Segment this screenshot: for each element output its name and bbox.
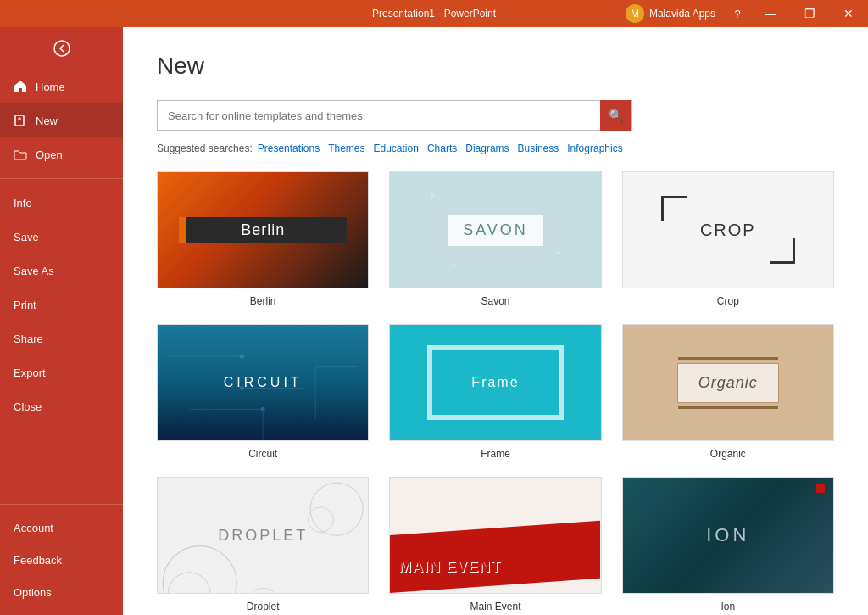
help-button[interactable]: ? (724, 0, 751, 27)
suggested-searches: Suggested searches: Presentations Themes… (157, 143, 834, 154)
sidebar-export-label: Export (14, 366, 46, 379)
svg-point-17 (309, 507, 334, 533)
search-input[interactable] (158, 101, 600, 130)
window-title: Presentation1 - PowerPoint (372, 8, 496, 20)
suggested-infographics[interactable]: Infographics (567, 143, 622, 154)
sidebar-item-export[interactable]: Export (0, 355, 123, 389)
template-crop[interactable]: CROP Crop (622, 171, 834, 307)
suggested-themes[interactable]: Themes (328, 143, 364, 154)
template-crop-label: Crop (717, 295, 739, 307)
sidebar-item-share[interactable]: Share (0, 321, 123, 355)
template-berlin[interactable]: Berlin Berlin (157, 171, 369, 307)
template-organic-label: Organic (710, 448, 746, 460)
sidebar-bottom-nav: Account Feedback Options (0, 497, 123, 615)
sidebar-print-label: Print (14, 299, 36, 311)
sidebar-close-label: Close (14, 400, 42, 413)
svg-point-11 (240, 355, 244, 359)
template-berlin-label: Berlin (250, 295, 276, 307)
sidebar-options-label: Options (14, 586, 52, 599)
svg-point-15 (168, 573, 210, 593)
sidebar-item-home[interactable]: Home (0, 70, 123, 103)
user-info: M Malavida Apps (617, 4, 724, 23)
titlebar-controls: M Malavida Apps ? — ❐ ✕ (617, 0, 868, 27)
suggested-label: Suggested searches: (157, 143, 253, 154)
suggested-diagrams[interactable]: Diagrams (465, 143, 509, 154)
search-bar: 🔍 (157, 100, 632, 131)
template-frame-label: Frame (481, 448, 510, 460)
main-content: New 🔍 Suggested searches: Presentations … (123, 27, 868, 615)
template-circuit-label: Circuit (248, 448, 277, 460)
sidebar-open-label: Open (36, 148, 63, 161)
page-title: New (157, 53, 834, 80)
search-button[interactable]: 🔍 (600, 100, 631, 131)
template-droplet-label: Droplet (247, 601, 280, 612)
sidebar-share-label: Share (14, 333, 43, 345)
suggested-education[interactable]: Education (374, 143, 419, 154)
sidebar-new-label: New (36, 115, 58, 127)
template-mainevent[interactable]: MAIN EVENT Main Event (389, 477, 601, 612)
sidebar-item-new[interactable]: New (0, 103, 123, 137)
user-name: Malavida Apps (649, 8, 715, 20)
sidebar-item-open[interactable]: Open (0, 137, 123, 171)
search-icon: 🔍 (609, 109, 623, 122)
sidebar-save-label: Save (14, 231, 39, 243)
title-text: Presentation1 - PowerPoint (372, 8, 496, 20)
template-ion-label: Ion (721, 601, 735, 612)
sidebar-secondary-nav: Info Save Save As Print Share Export Clo… (0, 186, 123, 423)
restore-button[interactable]: ❐ (790, 0, 829, 27)
sidebar-item-account[interactable]: Account (0, 512, 123, 544)
sidebar-info-label: Info (14, 197, 32, 210)
template-droplet[interactable]: DROPLET Droplet (157, 477, 369, 612)
app-body: Home New Open Info (0, 27, 868, 615)
content-scroll-area[interactable]: New 🔍 Suggested searches: Presentations … (123, 27, 868, 615)
user-avatar: M (626, 4, 644, 23)
template-savon[interactable]: SAVON Savon (389, 171, 601, 307)
sidebar: Home New Open Info (0, 27, 123, 615)
template-circuit[interactable]: CIRCUIT Circuit (157, 324, 369, 460)
svg-point-0 (54, 41, 70, 56)
sidebar-item-options[interactable]: Options (0, 576, 123, 608)
template-grid: Berlin Berlin SAVON (157, 171, 834, 615)
svg-point-16 (310, 483, 363, 535)
svg-point-18 (248, 588, 279, 593)
sidebar-item-save[interactable]: Save (0, 220, 123, 254)
sidebar-feedback-label: Feedback (14, 554, 62, 567)
sidebar-saveas-label: Save As (14, 265, 54, 277)
sidebar-item-feedback[interactable]: Feedback (0, 544, 123, 576)
suggested-charts[interactable]: Charts (427, 143, 457, 154)
template-mainevent-label: Main Event (470, 601, 520, 612)
sidebar-item-print[interactable]: Print (0, 288, 123, 321)
sidebar-item-close[interactable]: Close (0, 389, 123, 423)
back-button[interactable] (0, 27, 123, 70)
template-organic[interactable]: Organic Organic (622, 324, 834, 460)
template-ion[interactable]: ION Ion (622, 477, 834, 612)
suggested-presentations[interactable]: Presentations (258, 143, 320, 154)
sidebar-item-saveas[interactable]: Save As (0, 254, 123, 288)
sidebar-home-label: Home (36, 81, 65, 93)
suggested-business[interactable]: Business (518, 143, 559, 154)
sidebar-item-info[interactable]: Info (0, 186, 123, 220)
close-button[interactable]: ✕ (829, 0, 868, 27)
sidebar-nav: Home New Open (0, 70, 123, 171)
svg-point-14 (163, 546, 236, 593)
minimize-button[interactable]: — (751, 0, 790, 27)
template-frame[interactable]: Frame Frame (389, 324, 601, 460)
sidebar-account-label: Account (14, 522, 53, 534)
template-savon-label: Savon (481, 295, 509, 307)
svg-point-13 (261, 407, 265, 411)
titlebar: Presentation1 - PowerPoint M Malavida Ap… (0, 0, 868, 27)
